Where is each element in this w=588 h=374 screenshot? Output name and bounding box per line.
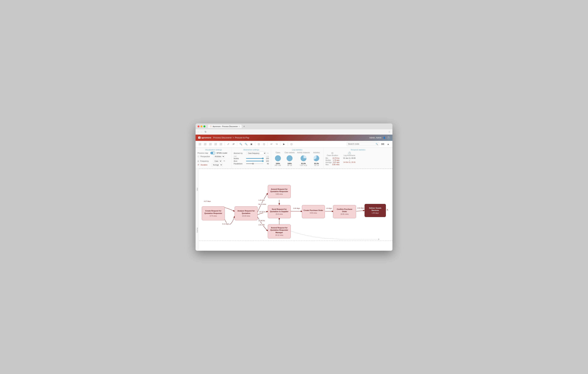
traffic-lights [198,125,205,128]
median-label: Median [326,160,331,161]
nav-bar: ‹ › ↻ ☆ [196,129,392,135]
cases-pie [274,154,282,162]
search-wrap: 🔍 [346,142,379,146]
abstract-by-select[interactable]: Case frequency [246,152,266,155]
active-tab[interactable]: ⬡ Apromore - Process Discoverer × [208,125,242,128]
max-row: Max 3.56 mths [326,164,339,165]
variants-label: Case variants [285,152,295,153]
temporal-statistics: Temporal statistics ⊡ Case duration Min … [324,148,392,169]
activities-label: Activities [312,152,321,153]
node-confirm-po[interactable]: Confirm Purchase Order 19.81 mins [333,205,356,218]
average-val: 3.07 wks [333,161,339,163]
tab-title: Apromore - Process Discoverer [213,125,238,128]
tool-zoom-in[interactable]: 🔍 [239,142,243,146]
node-confirm-po-label: Confirm Purchase Order [335,208,355,213]
process-bpmn-toggle[interactable] [210,152,215,154]
perspective-row: ⬡ Perspective Activities [198,155,230,158]
median-val: 1.70 wks [333,160,339,161]
node-amend-rfq-mgr[interactable]: Amend Request forQuotation RequesterMana… [268,224,291,238]
tool-open[interactable]: ⬜ [198,142,202,146]
header-right: Admin, Admin 👤 ? [369,136,390,139]
tool-fit[interactable]: ▣ [249,142,254,146]
nodes-slider[interactable] [246,158,263,159]
tool-export[interactable]: ⬜ [208,142,213,146]
tool-redo[interactable]: ↪ [274,142,279,146]
low-label: Low [266,155,269,157]
maximize-button[interactable] [203,125,205,128]
tool-zoom-out[interactable]: 🔍 [244,142,248,146]
node-create-rfq[interactable]: Create Request forQuotation Requester 9.… [202,206,225,220]
help-icon[interactable]: ? [387,136,390,139]
tool-filter2[interactable]: ⬡ [262,142,266,146]
minimize-button[interactable] [200,125,202,128]
logo-icon: a [198,137,200,139]
node-create-rfq-label: Create Request forQuotation Requester [204,210,222,214]
breadcrumb-process-name[interactable]: Procure-to-Pay [235,136,249,139]
edge-label-1-22: 1.22 wks [258,199,265,201]
tool-import[interactable]: ⬜ [213,142,218,146]
tool-filter[interactable]: ⬡ [256,142,261,146]
node-send-rfq[interactable]: Send Request forQuotation to Supplier 23… [268,205,291,218]
breadcrumb-process-discoverer[interactable]: Process Discoverer [213,136,232,139]
back-button[interactable]: ‹ [198,130,199,133]
cases-val: 608 / 608 [274,164,282,166]
timeframe-arrow: ↓ [343,159,356,161]
tool-play[interactable]: ▶ [282,142,286,146]
node-amend-rfq-mgr-label: Amend Request forQuotation RequesterMana… [270,226,288,234]
activities-val: 20 / 24 [312,164,321,166]
tool-settings[interactable]: ⬜ [219,142,223,146]
node-create-po[interactable]: Create Purchase Order 9.55 mins [302,205,325,218]
edge-label-1-8: 1.8 days [326,207,332,209]
abstraction-title: Abstraction settings [234,149,269,151]
slider-settings-icon[interactable]: ≡ [267,152,268,154]
node-analyze-rfq[interactable]: Analyze Request forQuotation 23.03 mins [235,206,258,220]
close-button[interactable] [198,125,200,128]
log-stats-title: Log statistics [273,149,321,151]
tool-layout[interactable]: ⤢ [226,142,231,146]
app-header: a apromore Process Discoverer > Procure-… [196,135,392,141]
keyboard-icon[interactable]: ⌨ [380,142,385,146]
stat-activity-instances: Activity instances 81.9% 7.5K / 9.1K [297,152,310,166]
node-amend-rfq-req[interactable]: Amend Request forQuotation Requester 9.8… [268,185,291,198]
abstraction-settings: Abstraction settings Abstract by Case fr… [232,148,271,169]
arcs-label: Arcs [234,160,245,162]
tool-undo[interactable]: ↩ [269,142,274,146]
temporal-cols: ⊡ Case duration Min 10.70 hrs Median 1.7… [326,152,390,166]
frequency-visibility-icon[interactable]: 👁 [223,160,225,162]
nodes-label: Nodes [234,158,245,160]
variants-pct: 100% [285,163,295,164]
tool-share[interactable]: ⬡ [289,142,294,146]
bookmark-star-icon[interactable]: ☆ [388,130,390,133]
refresh-button[interactable]: ↻ [204,130,207,133]
new-tab-button[interactable]: + [242,125,246,128]
collapse-panel-icon[interactable]: ▲ [386,142,390,146]
variants-val: 98 / 98 [285,164,295,166]
perspective-select[interactable]: Activities [213,155,225,158]
toolbar-sep-3 [255,142,255,146]
frequency-select[interactable]: Case [213,160,222,163]
cases-pct: 100% [274,163,282,164]
max-val: 3.56 mths [332,164,339,165]
process-canvas[interactable]: 4.27 days 6.14 days 1.22 wks 56.23 mins … [199,169,392,251]
node-deliver-goods[interactable]: Deliver GoodsServices 1.05 days [365,204,386,217]
edge-label-right: 7. [387,209,388,211]
node-confirm-po-duration: 19.81 mins [341,213,349,215]
min-val: 10.70 hrs [333,157,339,159]
duration-select[interactable]: Average [211,163,223,166]
tool-save[interactable]: ⬜ [203,142,207,146]
node-deliver-goods-label: Deliver GoodsServices [369,207,381,212]
arcs-value: 100 [264,160,269,162]
tool-arrange[interactable]: ⇄ [231,142,236,146]
variants-pie [285,154,294,162]
edge-label-1-51: 1.51 wks [258,224,265,226]
edge-label-2-05: 2.05 days [293,207,300,209]
parallelism-slider[interactable] [246,163,263,164]
abstract-by-label: Abstract by [234,152,245,154]
app-window: ⬡ Apromore - Process Discoverer × + ‹ › … [196,123,392,251]
forward-button[interactable]: › [201,130,202,133]
tab-close-button[interactable]: × [239,125,240,127]
node-amend-rfq-mgr-duration: 19.12 mins [275,234,283,236]
stat-variants: Case variants 100% 98 / 98 [285,152,295,166]
arcs-slider[interactable] [246,161,263,161]
search-input[interactable] [346,142,379,146]
